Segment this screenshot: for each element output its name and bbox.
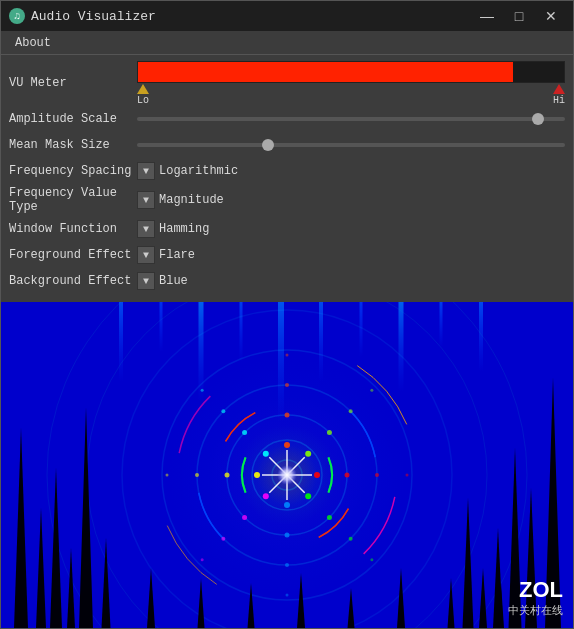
hi-marker-icon — [553, 84, 565, 94]
mean-mask-size-row: Mean Mask Size — [9, 134, 565, 156]
foreground-effect-label: Foreground Effect — [9, 248, 137, 262]
window-function-value: Hamming — [159, 222, 209, 236]
frequency-spacing-arrow[interactable]: ▼ — [137, 162, 155, 180]
vu-bar — [137, 61, 565, 83]
watermark-sub: 中关村在线 — [508, 603, 563, 618]
main-window: ♫ Audio Visualizer — □ ✕ About VU Meter — [0, 0, 574, 629]
maximize-button[interactable]: □ — [505, 5, 533, 27]
background-effect-value: Blue — [159, 274, 188, 288]
foreground-effect-row: Foreground Effect ▼ Flare — [9, 244, 565, 266]
menu-bar: About — [1, 31, 573, 55]
frequency-value-type-row: Frequency Value Type ▼ Magnitude — [9, 186, 565, 214]
minimize-button[interactable]: — — [473, 5, 501, 27]
vu-meter-row: VU Meter Lo Hi — [9, 61, 565, 104]
foreground-effect-control: ▼ Flare — [137, 246, 565, 264]
hi-label: Hi — [553, 95, 565, 106]
frequency-value-type-arrow[interactable]: ▼ — [137, 191, 155, 209]
vu-meter-control: Lo Hi — [137, 61, 565, 104]
window-function-row: Window Function ▼ Hamming — [9, 218, 565, 240]
amplitude-scale-slider[interactable] — [137, 117, 565, 121]
background-effect-control: ▼ Blue — [137, 272, 565, 290]
window-function-label: Window Function — [9, 222, 137, 236]
lo-label: Lo — [137, 95, 149, 106]
vu-meter-label: VU Meter — [9, 76, 137, 90]
window-title: Audio Visualizer — [31, 9, 473, 24]
watermark-main: ZOL — [508, 577, 563, 603]
frequency-spacing-row: Frequency Spacing ▼ Logarithmic — [9, 160, 565, 182]
vu-fill — [138, 62, 513, 82]
title-bar: ♫ Audio Visualizer — □ ✕ — [1, 1, 573, 31]
amplitude-scale-label: Amplitude Scale — [9, 112, 137, 126]
controls-area: VU Meter Lo Hi — [1, 55, 573, 302]
background-effect-arrow[interactable]: ▼ — [137, 272, 155, 290]
frequency-spacing-control: ▼ Logarithmic — [137, 162, 565, 180]
mean-mask-size-control — [137, 143, 565, 147]
foreground-effect-arrow[interactable]: ▼ — [137, 246, 155, 264]
background-effect-label: Background Effect — [9, 274, 137, 288]
foreground-effect-value: Flare — [159, 248, 195, 262]
background-effect-row: Background Effect ▼ Blue — [9, 270, 565, 292]
frequency-value-type-control: ▼ Magnitude — [137, 191, 565, 209]
menu-about[interactable]: About — [7, 34, 59, 52]
frequency-value-type-value: Magnitude — [159, 193, 224, 207]
frequency-value-type-label: Frequency Value Type — [9, 186, 137, 214]
amplitude-scale-row: Amplitude Scale — [9, 108, 565, 130]
mean-mask-size-slider[interactable] — [137, 143, 565, 147]
visualization-area: ZOL 中关村在线 — [1, 302, 573, 628]
lo-marker-icon — [137, 84, 149, 94]
window-function-control: ▼ Hamming — [137, 220, 565, 238]
frequency-spacing-label: Frequency Spacing — [9, 164, 137, 178]
window-controls: — □ ✕ — [473, 5, 565, 27]
mean-mask-size-label: Mean Mask Size — [9, 138, 137, 152]
watermark: ZOL 中关村在线 — [508, 577, 563, 618]
frequency-spacing-value: Logarithmic — [159, 164, 238, 178]
amplitude-scale-control — [137, 117, 565, 121]
window-function-arrow[interactable]: ▼ — [137, 220, 155, 238]
app-icon: ♫ — [9, 8, 25, 24]
close-button[interactable]: ✕ — [537, 5, 565, 27]
visualization-canvas — [1, 302, 573, 628]
